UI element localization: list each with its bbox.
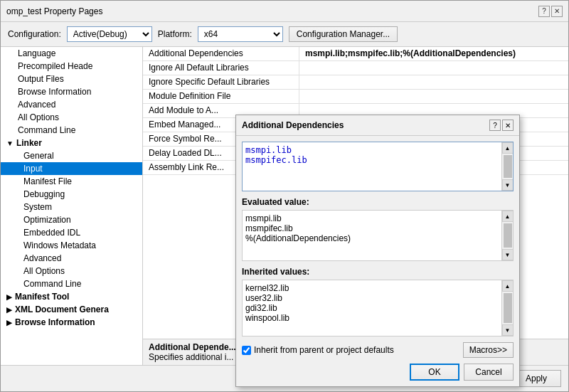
inherit-scroll-thumb[interactable] (504, 293, 512, 323)
eval-scroll-down[interactable]: ▼ (502, 249, 514, 260)
sidebar-group-xml-document[interactable]: ▶XML Document Genera (1, 303, 142, 316)
sidebar-item-debugging[interactable]: Debugging (1, 188, 142, 201)
title-bar: omp_test Property Pages ? ✕ (1, 1, 568, 22)
sidebar-group-manifest-tool[interactable]: ▶Manifest Tool (1, 290, 142, 303)
sidebar-item-language[interactable]: Language (1, 47, 142, 60)
modal-ok-button[interactable]: OK (410, 364, 459, 381)
sidebar-item-advanced-cl[interactable]: Advanced (1, 98, 142, 111)
sidebar-item-all-options-cl[interactable]: All Options (1, 111, 142, 124)
modal-content: msmpi.lib msmpifec.lib ▲ ▼ Evaluated val… (236, 136, 519, 386)
table-row[interactable]: Ignore All Default Libraries (143, 61, 568, 75)
config-select[interactable]: Active(Debug) (67, 26, 152, 42)
scroll-up-arrow[interactable]: ▲ (502, 142, 514, 154)
inherit-scroll-down[interactable]: ▼ (502, 324, 514, 336)
eval-scroll-thumb[interactable] (504, 223, 512, 248)
modal-inherit-scrollbar: ▲ ▼ (501, 280, 513, 336)
scroll-down-arrow[interactable]: ▼ (502, 179, 514, 191)
scroll-thumb[interactable] (504, 155, 512, 178)
modal-title: Additional Dependencies (242, 120, 344, 130)
eval-scroll-up[interactable]: ▲ (502, 211, 514, 222)
prop-name-ignore-specific: Ignore Specific Default Libraries (143, 75, 299, 89)
platform-select[interactable]: x64 (198, 26, 283, 42)
sidebar: Language Precompiled Heade Output Files … (1, 47, 143, 365)
table-row[interactable]: Additional Dependencies msmpi.lib;msmpif… (143, 47, 568, 61)
sidebar-item-system[interactable]: System (1, 201, 142, 213)
prop-value-ignore-all (299, 61, 568, 75)
help-button[interactable]: ? (538, 6, 550, 17)
sidebar-item-browse-info[interactable]: Browse Information (1, 85, 142, 98)
sidebar-item-cmdline[interactable]: Command Line (1, 277, 142, 290)
window-title: omp_test Property Pages (6, 6, 102, 16)
modal-input-textarea[interactable]: msmpi.lib msmpifec.lib (243, 142, 501, 191)
sidebar-item-embedded-idl[interactable]: Embedded IDL (1, 226, 142, 239)
modal-title-bar: Additional Dependencies ? ✕ (236, 115, 519, 136)
modal-input-scrollbar: ▲ ▼ (501, 142, 513, 191)
browse-info-arrow: ▶ (6, 319, 12, 327)
macros-button[interactable]: Macros>> (463, 342, 514, 358)
sidebar-item-advanced[interactable]: Advanced (1, 252, 142, 265)
config-label: Configuration: (8, 29, 61, 39)
eval-label: Evaluated value: (242, 197, 514, 207)
manifest-tool-arrow: ▶ (6, 293, 12, 301)
sidebar-item-windows-metadata[interactable]: Windows Metadata (1, 239, 142, 252)
xml-document-arrow: ▶ (6, 306, 12, 314)
modal-checkbox-row: Inherit from parent or project defaults … (242, 342, 514, 358)
inherit-checkbox-label: Inherit from parent or project defaults (242, 345, 394, 355)
prop-name-ignore-all: Ignore All Default Libraries (143, 61, 299, 75)
title-controls: ? ✕ (538, 6, 563, 17)
sidebar-item-precompiled[interactable]: Precompiled Heade (1, 60, 142, 73)
prop-value-module-def (299, 90, 568, 103)
modal-close-button[interactable]: ✕ (502, 120, 514, 131)
modal-eval-box: msmpi.libmsmpifec.lib%(AdditionalDepende… (242, 210, 514, 261)
close-button[interactable]: ✕ (551, 6, 563, 17)
table-row[interactable]: Ignore Specific Default Libraries (143, 75, 568, 90)
sidebar-item-output-files[interactable]: Output Files (1, 73, 142, 85)
platform-label: Platform: (158, 29, 192, 39)
sidebar-group-browse-info[interactable]: ▶Browse Information (1, 316, 142, 329)
modal-input-container: msmpi.lib msmpifec.lib ▲ ▼ (242, 142, 514, 191)
sidebar-item-general[interactable]: General (1, 149, 142, 162)
linker-expand-arrow: ▼ (6, 139, 14, 147)
configuration-manager-button[interactable]: Configuration Manager... (289, 26, 398, 42)
modal-title-controls: ? ✕ (489, 120, 514, 131)
inherit-scroll-up[interactable]: ▲ (502, 280, 514, 292)
config-bar: Configuration: Active(Debug) Platform: x… (1, 22, 568, 47)
modal-cancel-button[interactable]: Cancel (464, 364, 514, 381)
prop-name-module-def: Module Definition File (143, 90, 299, 103)
prop-value-additional-deps: msmpi.lib;msmpifec.lib;%(AdditionalDepen… (299, 47, 568, 60)
sidebar-item-cmdline-cl[interactable]: Command Line (1, 124, 142, 137)
inherit-checkbox[interactable] (242, 346, 251, 355)
modal-inherit-content: kernel32.libuser32.libgdi32.libwinspool.… (243, 280, 501, 326)
inherit-label: Inherited values: (242, 267, 514, 277)
prop-name-additional-deps: Additional Dependencies (143, 47, 299, 60)
prop-value-ignore-specific (299, 75, 568, 89)
modal-action-row: OK Cancel (242, 364, 514, 381)
table-row[interactable]: Module Definition File (143, 90, 568, 104)
modal-dialog: Additional Dependencies ? ✕ msmpi.lib ms… (235, 115, 520, 387)
sidebar-item-input[interactable]: Input (1, 162, 142, 175)
sidebar-group-linker[interactable]: ▼Linker (1, 137, 142, 149)
inherit-checkbox-text: Inherit from parent or project defaults (254, 345, 394, 355)
modal-inherit-box: kernel32.libuser32.libgdi32.libwinspool.… (242, 280, 514, 337)
sidebar-item-manifest-file[interactable]: Manifest File (1, 175, 142, 188)
modal-eval-content: msmpi.libmsmpifec.lib%(AdditionalDepende… (243, 211, 501, 246)
modal-eval-scrollbar: ▲ ▼ (501, 211, 513, 260)
modal-help-button[interactable]: ? (489, 120, 501, 131)
sidebar-item-optimization[interactable]: Optimization (1, 213, 142, 226)
sidebar-item-all-options[interactable]: All Options (1, 265, 142, 277)
